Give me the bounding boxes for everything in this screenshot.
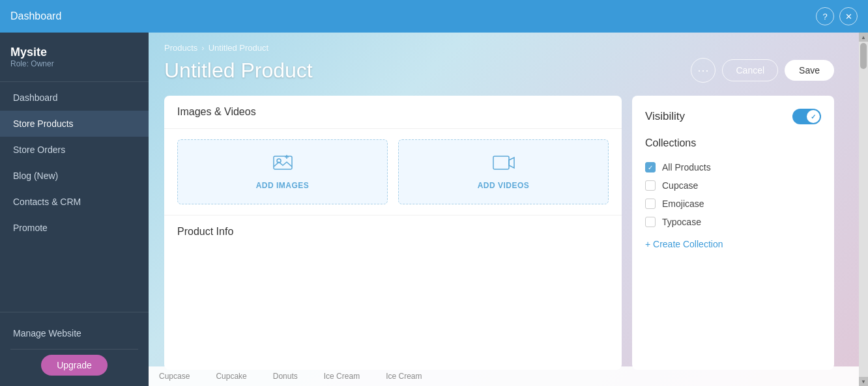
- collection-item-emojicase: Emojicase: [645, 195, 821, 213]
- add-videos-icon: [492, 154, 515, 176]
- sidebar-bottom-divider: [0, 312, 149, 312]
- bottom-item-5: Ice Cream: [386, 372, 422, 381]
- sidebar-username: Mysite: [10, 46, 138, 59]
- breadcrumb-separator: ›: [201, 43, 204, 53]
- collection-label-cupcase: Cupcase: [662, 180, 698, 191]
- collection-checkbox-all-products[interactable]: [645, 162, 656, 172]
- collection-item-cupcase: Cupcase: [645, 176, 821, 195]
- product-info-title: Product Info: [177, 226, 609, 238]
- create-collection-link[interactable]: + Create Collection: [645, 239, 821, 249]
- right-scrollbar: ▲ ▼: [859, 33, 868, 386]
- toggle-check-icon: ✓: [811, 113, 816, 120]
- sidebar: Mysite Role: Owner Dashboard Store Produ…: [0, 33, 149, 386]
- collection-label-typocase: Typocase: [662, 217, 701, 227]
- bottom-item-2: Cupcake: [216, 372, 246, 381]
- right-panel: Visibility ✓ Collections All Product: [632, 96, 834, 370]
- images-videos-header: Images & Videos: [164, 96, 622, 129]
- sidebar-item-promote[interactable]: Promote: [0, 215, 149, 241]
- main-layout: Mysite Role: Owner Dashboard Store Produ…: [0, 33, 868, 386]
- sidebar-item-store-orders[interactable]: Store Orders: [0, 137, 149, 163]
- sidebar-item-blog[interactable]: Blog (New): [0, 163, 149, 189]
- scrollbar-track: [859, 42, 868, 377]
- visibility-header: Visibility ✓: [645, 109, 821, 124]
- collections-title: Collections: [645, 137, 821, 149]
- visibility-toggle[interactable]: ✓: [792, 109, 821, 124]
- close-button[interactable]: ✕: [839, 7, 858, 25]
- collection-item-typocase: Typocase: [645, 213, 821, 231]
- scroll-up-arrow[interactable]: ▲: [859, 33, 868, 42]
- sidebar-nav: Dashboard Store Products Store Orders Bl…: [0, 85, 149, 309]
- visibility-title: Visibility: [645, 110, 685, 123]
- toggle-thumb: ✓: [807, 110, 820, 123]
- add-images-icon: [272, 154, 293, 176]
- collection-item-all-products: All Products: [645, 158, 821, 176]
- collection-label-emojicase: Emojicase: [662, 199, 704, 209]
- page-title: Untitled Product: [164, 59, 313, 83]
- save-button[interactable]: Save: [785, 60, 834, 81]
- sidebar-role: Role: Owner: [10, 59, 138, 68]
- bottom-item-1: Cupcase: [159, 372, 190, 381]
- add-videos-label: ADD VIDEOS: [478, 181, 530, 190]
- svg-rect-4: [493, 156, 509, 169]
- upgrade-button[interactable]: Upgrade: [41, 355, 108, 376]
- sidebar-divider: [0, 81, 149, 82]
- title-bar: Dashboard ? ✕: [0, 0, 868, 33]
- add-videos-box[interactable]: ADD VIDEOS: [398, 139, 609, 204]
- collection-checkbox-cupcase[interactable]: [645, 180, 656, 191]
- sidebar-item-store-products[interactable]: Store Products: [0, 111, 149, 137]
- collection-label-all-products: All Products: [662, 162, 711, 172]
- more-options-button[interactable]: ···: [691, 58, 716, 83]
- scroll-down-arrow[interactable]: ▼: [859, 377, 868, 386]
- help-button[interactable]: ?: [816, 7, 834, 25]
- app-title: Dashboard: [10, 10, 61, 22]
- bottom-item-4: Ice Cream: [324, 372, 360, 381]
- product-panel: Products › Untitled Product Untitled Pro…: [149, 33, 850, 386]
- sidebar-item-dashboard[interactable]: Dashboard: [0, 85, 149, 111]
- sidebar-bottom: Manage Website Upgrade: [0, 315, 149, 386]
- title-bar-left: Dashboard: [10, 10, 61, 22]
- scrollbar-thumb[interactable]: [860, 43, 867, 69]
- add-images-box[interactable]: ADD IMAGES: [177, 139, 388, 204]
- cancel-button[interactable]: Cancel: [722, 59, 778, 81]
- sidebar-item-manage-website[interactable]: Manage Website: [10, 323, 138, 344]
- images-videos-card: Images & Videos: [164, 96, 622, 370]
- left-panel: Images & Videos: [164, 96, 622, 370]
- title-bar-controls: ? ✕: [816, 7, 858, 25]
- product-info-section: Product Info: [164, 215, 622, 248]
- sidebar-manage-divider: [10, 349, 138, 350]
- collection-checkbox-typocase[interactable]: [645, 217, 656, 227]
- breadcrumb: Products › Untitled Product: [164, 43, 834, 53]
- content-area: Products › Untitled Product Untitled Pro…: [149, 33, 859, 386]
- header-actions: ··· Cancel Save: [691, 58, 834, 83]
- breadcrumb-current: Untitled Product: [209, 43, 269, 53]
- sidebar-item-contacts[interactable]: Contacts & CRM: [0, 189, 149, 215]
- right-card: Visibility ✓ Collections All Product: [632, 96, 834, 370]
- svg-rect-0: [274, 156, 292, 169]
- collection-checkbox-emojicase[interactable]: [645, 199, 656, 209]
- sidebar-user: Mysite Role: Owner: [0, 33, 149, 79]
- add-images-label: ADD IMAGES: [256, 181, 310, 190]
- upload-grid: ADD IMAGES ADD VIDEOS: [164, 129, 622, 215]
- page-header: Untitled Product ··· Cancel Save: [164, 58, 834, 83]
- bottom-bar: Cupcase Cupcake Donuts Ice Cream Ice Cre…: [149, 366, 859, 386]
- two-column-layout: Images & Videos: [164, 96, 834, 370]
- breadcrumb-parent[interactable]: Products: [164, 43, 197, 53]
- bottom-item-3: Donuts: [273, 372, 298, 381]
- images-videos-title: Images & Videos: [177, 106, 609, 118]
